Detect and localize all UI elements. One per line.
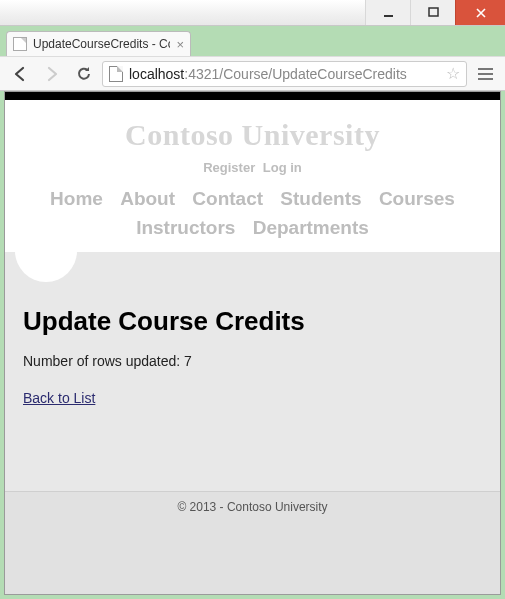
browser-tab[interactable]: UpdateCourseCredits - Co ×: [6, 31, 191, 56]
main-nav: Home About Contact Students Courses Inst…: [15, 185, 490, 242]
close-icon: [475, 7, 487, 19]
page-title: Update Course Credits: [23, 306, 482, 337]
nav-contact[interactable]: Contact: [192, 188, 263, 209]
browser-menu-button[interactable]: [471, 61, 499, 87]
reload-icon: [76, 65, 93, 82]
nav-students[interactable]: Students: [280, 188, 361, 209]
tab-close-icon[interactable]: ×: [176, 38, 184, 51]
window-minimize-button[interactable]: [365, 0, 410, 25]
url-port: :4321: [184, 66, 219, 82]
browser-tabstrip: UpdateCourseCredits - Co ×: [0, 26, 505, 56]
back-to-list-link[interactable]: Back to List: [23, 390, 95, 406]
register-link[interactable]: Register: [203, 160, 255, 175]
page-viewport: Contoso University Register Log in Home …: [4, 91, 501, 595]
top-accent-bar: [5, 92, 500, 100]
page-content: Update Course Credits Number of rows upd…: [5, 252, 500, 491]
login-link[interactable]: Log in: [263, 160, 302, 175]
forward-button[interactable]: [38, 61, 66, 87]
rows-updated-count: 7: [184, 353, 192, 369]
address-bar[interactable]: localhost:4321/Course/UpdateCourseCredit…: [102, 61, 467, 87]
window-close-button[interactable]: [455, 0, 505, 25]
result-message-prefix: Number of rows updated:: [23, 353, 184, 369]
svg-rect-0: [384, 15, 393, 17]
maximize-icon: [428, 7, 439, 18]
window-maximize-button[interactable]: [410, 0, 455, 25]
browser-toolbar: localhost:4321/Course/UpdateCourseCredit…: [0, 56, 505, 91]
url-path: /Course/UpdateCourseCredits: [219, 66, 407, 82]
document-icon: [109, 66, 123, 82]
svg-rect-1: [429, 8, 438, 16]
back-button[interactable]: [6, 61, 34, 87]
minimize-icon: [383, 7, 394, 18]
auth-links: Register Log in: [15, 160, 490, 175]
result-message: Number of rows updated: 7: [23, 353, 482, 369]
hamburger-icon: [478, 68, 493, 80]
arrow-right-icon: [43, 65, 61, 83]
url-text: localhost:4321/Course/UpdateCourseCredit…: [129, 66, 440, 82]
site-footer: © 2013 - Contoso University: [5, 491, 500, 594]
reload-button[interactable]: [70, 61, 98, 87]
site-title: Contoso University: [15, 118, 490, 152]
url-host: localhost: [129, 66, 184, 82]
bookmark-star-icon[interactable]: ☆: [446, 64, 460, 83]
header-curve-decoration: [15, 220, 77, 282]
tab-title: UpdateCourseCredits - Co: [33, 37, 170, 51]
nav-about[interactable]: About: [120, 188, 175, 209]
site-header: Contoso University Register Log in Home …: [5, 100, 500, 252]
nav-courses[interactable]: Courses: [379, 188, 455, 209]
page-icon: [13, 37, 27, 51]
footer-text: © 2013 - Contoso University: [177, 500, 327, 514]
window-titlebar: [0, 0, 505, 26]
arrow-left-icon: [11, 65, 29, 83]
nav-departments[interactable]: Departments: [253, 217, 369, 238]
nav-home[interactable]: Home: [50, 188, 103, 209]
nav-instructors[interactable]: Instructors: [136, 217, 235, 238]
